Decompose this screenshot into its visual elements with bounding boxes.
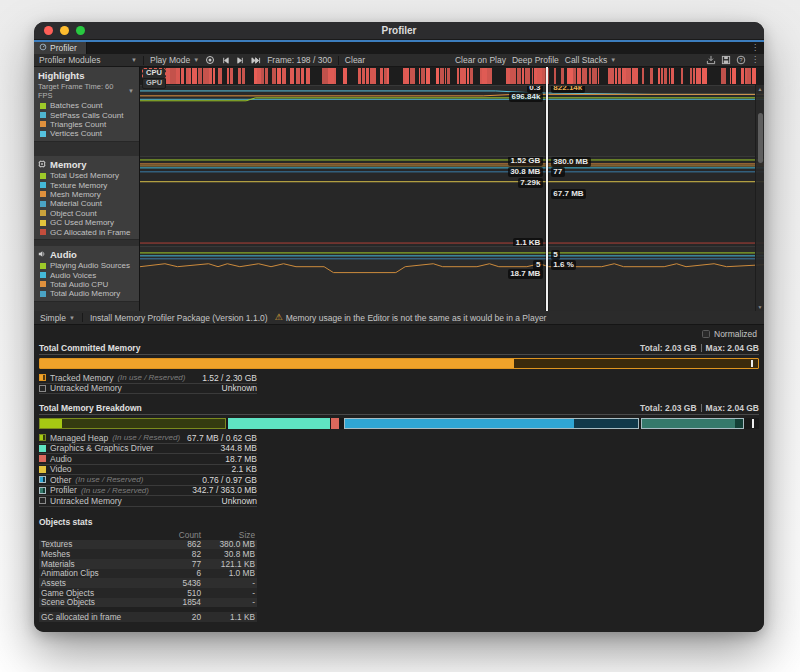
cpu-frame-bar[interactable] [272, 68, 276, 84]
cpu-frame-bar[interactable] [254, 68, 257, 84]
cpu-frame-bar[interactable] [506, 68, 509, 84]
cpu-frame-bar[interactable] [618, 68, 621, 84]
chart-band-audio[interactable]: 551.6 %18.7 MB [140, 246, 764, 311]
cpu-frame-bar[interactable] [209, 68, 212, 84]
counter-gc-allocated-in-frame[interactable]: GC Allocated in Frame [34, 227, 139, 236]
toolbar-more-menu-icon[interactable]: ⋮ [751, 56, 759, 64]
cpu-frame-bar[interactable] [362, 68, 366, 84]
load-profile-icon[interactable] [706, 55, 716, 65]
chart-band-memory[interactable]: 1.52 GB380.0 MB30.8 MB777.29k67.7 MB1.1 … [140, 156, 764, 246]
cpu-frame-bar[interactable] [510, 68, 516, 84]
legend-row-graphics-graphics-driver[interactable]: Graphics & Graphics Driver344.8 MB [39, 444, 257, 455]
cpu-frame-bar[interactable] [192, 68, 197, 84]
cpu-chart-toggle[interactable]: CPU [142, 68, 166, 79]
cpu-frame-bar[interactable] [470, 68, 474, 84]
cpu-frame-bar[interactable] [525, 68, 531, 84]
cpu-frame-bar[interactable] [598, 68, 600, 84]
cpu-frame-bar[interactable] [405, 68, 409, 84]
memory-view-mode-dropdown[interactable]: Simple▼ [40, 313, 75, 323]
counter-vertices-count[interactable]: Vertices Count [34, 129, 139, 138]
cpu-frame-bar[interactable] [741, 68, 744, 84]
legend-row-profiler[interactable]: Profiler(In use / Reserved)342.7 / 363.0… [39, 486, 257, 497]
save-profile-icon[interactable] [721, 55, 731, 65]
cpu-frame-bar[interactable] [261, 68, 264, 84]
cpu-frame-bar[interactable] [721, 68, 726, 84]
committed-memory-bar[interactable] [39, 358, 759, 369]
play-mode-dropdown[interactable]: Play Mode▼ [150, 55, 199, 65]
cpu-frame-bar[interactable] [176, 68, 180, 84]
normalized-checkbox[interactable] [702, 330, 710, 338]
cpu-frame-bar[interactable] [589, 68, 591, 84]
next-frame-icon[interactable] [236, 56, 245, 65]
cpu-frame-bar[interactable] [218, 68, 222, 84]
cpu-usage-strip[interactable] [140, 67, 764, 85]
cpu-frame-bar[interactable] [290, 68, 294, 84]
counter-playing-audio-sources[interactable]: Playing Audio Sources [34, 261, 139, 270]
cpu-frame-bar[interactable] [537, 68, 541, 84]
cpu-frame-bar[interactable] [487, 68, 492, 84]
cpu-frame-bar[interactable] [592, 68, 597, 84]
tab-profiler[interactable]: Profiler [34, 42, 87, 54]
cpu-frame-bar[interactable] [671, 68, 674, 84]
cpu-frame-bar[interactable] [296, 68, 300, 84]
segment-other[interactable] [344, 418, 639, 429]
cpu-frame-bar[interactable] [460, 68, 466, 84]
cpu-frame-bar[interactable] [573, 68, 576, 84]
cpu-frame-bar[interactable] [322, 68, 328, 84]
cpu-frame-bar[interactable] [447, 68, 450, 84]
profiler-charts[interactable]: CPU GPU 0.3822.14k696.84k1.52 GB380.0 MB… [140, 67, 764, 311]
cpu-frame-bar[interactable] [230, 68, 233, 84]
cpu-frame-bars[interactable] [166, 68, 763, 84]
cpu-frame-bar[interactable] [752, 68, 756, 84]
cpu-frame-bar[interactable] [306, 68, 310, 84]
zoom-button[interactable] [76, 26, 85, 35]
legend-row-untracked-memory[interactable]: Untracked MemoryUnknown [39, 496, 257, 507]
cpu-frame-bar[interactable] [213, 68, 215, 84]
chart-band-highlights[interactable]: 0.3822.14k696.84k [140, 85, 764, 156]
counter-mesh-memory[interactable]: Mesh Memory [34, 190, 139, 199]
cpu-frame-bar[interactable] [170, 68, 175, 84]
cpu-frame-bar[interactable] [632, 68, 638, 84]
clear-button[interactable]: Clear [345, 55, 365, 65]
counter-triangles-count[interactable]: Triangles Count [34, 120, 139, 129]
cpu-frame-bar[interactable] [242, 68, 245, 84]
counter-texture-memory[interactable]: Texture Memory [34, 180, 139, 189]
legend-row-managed-heap[interactable]: Managed Heap(In use / Reserved)67.7 MB /… [39, 433, 257, 444]
module-header-memory[interactable]: Memory [34, 156, 139, 171]
cpu-frame-bar[interactable] [186, 68, 189, 84]
legend-row-audio[interactable]: Audio18.7 MB [39, 454, 257, 465]
cpu-frame-bar[interactable] [380, 68, 383, 84]
cpu-frame-bar[interactable] [436, 68, 440, 84]
cpu-frame-bar[interactable] [334, 68, 335, 84]
target-frame-time[interactable]: Target Frame Time: 60 FPS▼ [34, 82, 139, 101]
memory-breakdown-bar[interactable] [39, 418, 759, 429]
cpu-frame-bar[interactable] [343, 68, 347, 84]
legend-row-untracked-memory[interactable]: Untracked MemoryUnknown [39, 384, 257, 395]
cpu-frame-bar[interactable] [181, 68, 184, 84]
cpu-frame-bar[interactable] [622, 68, 626, 84]
cpu-frame-bar[interactable] [440, 68, 444, 84]
deep-profile-toggle[interactable]: Deep Profile [512, 55, 559, 65]
tab-more-menu-icon[interactable]: ⋮ [751, 44, 759, 52]
cpu-frame-bar[interactable] [732, 68, 736, 84]
cpu-frame-bar[interactable] [582, 68, 588, 84]
counter-batches-count[interactable]: Batches Count [34, 101, 139, 110]
cpu-frame-bar[interactable] [567, 68, 573, 84]
cpu-frame-bar[interactable] [358, 68, 361, 84]
cpu-frame-bar[interactable] [301, 68, 304, 84]
profiler-modules-dropdown[interactable]: Profiler Modules▼ [39, 55, 137, 65]
legend-row-tracked-memory[interactable]: Tracked Memory(In use / Reserved)1.52 / … [39, 373, 257, 384]
install-memory-profiler-button[interactable]: Install Memory Profiler Package (Version… [90, 313, 268, 323]
scroll-down-arrow-icon[interactable]: ▼ [756, 304, 764, 310]
cpu-frame-bar[interactable] [534, 68, 537, 84]
cpu-frame-bar[interactable] [166, 68, 170, 84]
help-icon[interactable]: ? [736, 55, 746, 65]
cpu-frame-bar[interactable] [328, 68, 333, 84]
close-button[interactable] [44, 26, 53, 35]
counter-total-used-memory[interactable]: Total Used Memory [34, 171, 139, 180]
minimize-button[interactable] [60, 26, 69, 35]
current-frame-icon[interactable] [251, 56, 261, 65]
cpu-frame-bar[interactable] [690, 68, 692, 84]
cpu-frame-bar[interactable] [517, 68, 522, 84]
counter-gc-used-memory[interactable]: GC Used Memory [34, 218, 139, 227]
